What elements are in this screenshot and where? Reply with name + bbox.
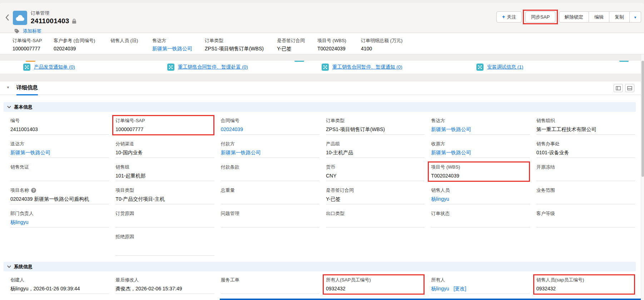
field-value-text: 0932432 [326, 286, 346, 291]
layout-table-icon[interactable] [614, 84, 623, 92]
quick-links-bar: 产品发货通知单 (0)重工销售合同暂停、暂缓处置 (0)重工销售合同暂停、暂缓通… [0, 61, 641, 74]
field-label: 分销渠道 [115, 141, 214, 147]
field-value-link[interactable]: 新疆第一铁路公司 [431, 150, 471, 155]
change-owner-link[interactable]: [更改] [454, 286, 466, 291]
field-value-text: 龚俊杰，2026-02-06 15:37:49 [115, 286, 182, 291]
field-value: 02024039 新疆第一铁路公司盾构机 [10, 196, 109, 202]
field-label-text: 售达方 [431, 118, 445, 124]
field-value: ZPS1-项目销售订单(WBS) [326, 126, 425, 133]
unlock-button[interactable]: 解除锁定 [559, 11, 589, 22]
field-label-text: 订货原因 [115, 210, 134, 217]
field-label-text: 编号 [10, 118, 20, 124]
related-object-icon [167, 64, 174, 71]
edit-button[interactable]: 编辑 [589, 11, 609, 22]
field-label-text: 收票方 [431, 141, 445, 147]
sync-sap-button[interactable]: 同步SAP [525, 11, 555, 22]
highlight-value: 4100 [361, 46, 402, 51]
detail-card: ▼ 详细信息 基本信息 编号2411001403订单编号-SAP10000077… [0, 81, 641, 300]
vertical-scrollbar[interactable] [641, 54, 644, 300]
highlight-label: 客户参考 (合同编号) [54, 38, 95, 44]
plus-icon: + [502, 14, 505, 20]
field: 服务工单 [221, 277, 319, 294]
field-value-text: 10-国内业务 [115, 150, 143, 155]
field: 销售办事处0101-设备业务 [536, 141, 635, 158]
help-icon[interactable]: ? [31, 188, 36, 193]
field-value-link[interactable]: 新疆第一铁路公司 [431, 126, 471, 132]
field-label: 订货原因 [115, 210, 214, 217]
quick-link[interactable]: 重工销售合同暂停、暂缓通知 (0) [322, 64, 402, 71]
field-value: 杨lingyu [431, 196, 530, 202]
field: 项目名称?02024039 新疆第一铁路公司盾构机 [10, 187, 109, 204]
field-label-text: 订单类型 [326, 118, 345, 124]
field-label-text: 销售办事处 [536, 141, 560, 147]
field: 货币CNY [326, 164, 425, 181]
field-label: 所有人(SAP员工编号) [326, 277, 425, 283]
quick-link[interactable]: 安装调试信息 (1) [476, 64, 523, 71]
field-row: 送达方新疆第一铁路公司分销渠道10-国内业务付款方新疆第一铁路公司产品组10-主… [10, 141, 635, 158]
field-label: 合同编号 [221, 118, 319, 124]
field-value-link[interactable]: 新疆第一铁路公司 [221, 150, 261, 155]
field: 总重量 [221, 187, 319, 204]
layout-split-icon[interactable] [625, 84, 634, 92]
field: 产品组10-主机产品 [326, 141, 425, 158]
highlight-field: 项目号 (WBS)T002024039 [317, 38, 346, 51]
highlight-label: 是否签订合同 [277, 38, 305, 44]
empty-cell [10, 234, 109, 256]
highlight-label: 订单编号-SAP [13, 38, 42, 44]
quick-link[interactable]: 重工销售合同暂停、暂缓处置 (0) [167, 64, 248, 71]
field-label-text: 服务工单 [221, 277, 239, 283]
scrollbar-thumb[interactable] [641, 61, 644, 177]
field-label-text: 所有人 [431, 277, 445, 283]
field-row: 项目名称?02024039 新疆第一铁路公司盾构机项目类型T0-产品交付项目-主… [10, 187, 635, 204]
field: 最后修改人龚俊杰，2026-02-06 15:37:49 [115, 277, 214, 294]
field-value-text: T002024039 [431, 173, 459, 179]
quick-link-label: 重工销售合同暂停、暂缓处置 (0) [178, 64, 248, 70]
field-label-text: 项目号 (WBS) [431, 164, 460, 170]
clone-button[interactable]: 复制 [609, 11, 630, 22]
field-value-text: 02024039 新疆第一铁路公司盾构机 [10, 196, 89, 202]
field-value-link[interactable]: 杨lingyu [431, 286, 449, 291]
quick-link[interactable]: 产品发货通知单 (0) [23, 64, 75, 71]
field: 项目类型T0-产品交付项目-主机 [115, 187, 214, 204]
field-value-link[interactable]: 新疆第一铁路公司 [10, 150, 50, 155]
highlight-label: 销售人员 (旧) [110, 38, 138, 44]
quick-link-label: 重工销售合同暂停、暂缓通知 (0) [332, 64, 402, 70]
highlight-value[interactable]: 新疆第一铁路公司 [152, 46, 192, 52]
field: 订货原因 [115, 210, 214, 228]
highlight-value: T002024039 [317, 46, 346, 51]
field-value-link[interactable]: 杨lingyu [431, 196, 449, 202]
field: 付款方新疆第一铁路公司 [221, 141, 319, 158]
field-label-text: 货币 [326, 164, 335, 170]
tab-detail[interactable]: 详细信息 [16, 84, 38, 95]
highlight-label: 订单类型 [205, 38, 264, 44]
back-button[interactable] [3, 13, 11, 23]
field-value: 新疆第一铁路公司 [431, 126, 530, 133]
section-basic-header[interactable]: 基本信息 [4, 102, 636, 112]
field-label: 总重量 [221, 187, 319, 194]
chevron-left-icon [5, 14, 9, 21]
collapse-triangle-icon[interactable]: ▼ [6, 86, 10, 89]
field-label: 开票冻结 [536, 164, 635, 170]
field: 销售人员(sap员工编号)0932432 [536, 277, 635, 294]
follow-button[interactable]: +关注 [496, 11, 522, 22]
field: 送达方新疆第一铁路公司 [10, 141, 109, 158]
basic-field-grid: 编号2411001403订单编号-SAP1000007777合同编号020240… [10, 118, 635, 256]
field-label: 订单编号-SAP [115, 118, 214, 124]
section-system-header[interactable]: 系统信息 [4, 262, 636, 271]
field-value-text: 101-起重机部 [115, 173, 145, 179]
more-actions-button[interactable]: ▼ [630, 11, 641, 22]
field-label-text: 销售组 [115, 164, 129, 170]
highlight-value: 02024039 [54, 46, 95, 51]
field-label-text: 是否签订合同 [326, 187, 354, 194]
field-label-text: 出口类型 [326, 210, 345, 217]
field-value: T002024039 [431, 173, 530, 179]
field-label: 付款条款 [221, 164, 319, 170]
bottom-accent-line [220, 299, 641, 300]
field-value-link[interactable]: 杨lingyu [10, 219, 29, 225]
field-value-link[interactable]: 02024039 [221, 126, 243, 132]
field-label: 收票方 [431, 141, 530, 147]
action-buttons: +关注 同步SAP 解除锁定 编辑 复制 ▼ [496, 11, 641, 22]
field-label: 客户等级 [536, 210, 635, 217]
field-label-text: 客户等级 [536, 210, 555, 217]
empty-cell [431, 234, 530, 256]
